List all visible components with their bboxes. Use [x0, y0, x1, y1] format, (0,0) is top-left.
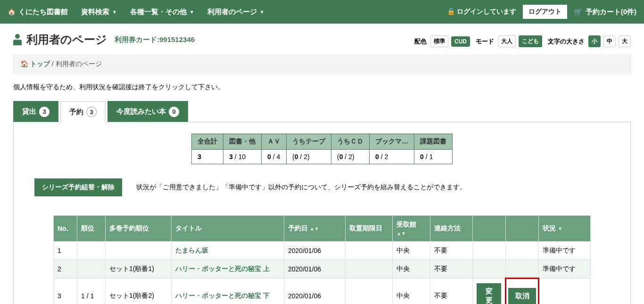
sum-cd: (0 / 2)	[331, 150, 370, 164]
cell-no: 3	[54, 279, 77, 304]
tab-reserve[interactable]: 予約 3	[60, 101, 106, 122]
chevron-down-icon: ▼	[260, 9, 264, 15]
cell-no: 1	[54, 242, 77, 260]
sort-icon: ▲▼	[310, 226, 319, 231]
title-link[interactable]: ハリー・ポッターと死の秘宝 下	[175, 292, 270, 299]
cell-multi: セット1(順番2)	[106, 279, 172, 304]
series-reorder-button[interactable]: シリーズ予約組替・解除	[34, 178, 122, 196]
chevron-down-icon: ▼	[112, 9, 117, 15]
login-status: 🔒 ログインしています	[447, 8, 516, 16]
display-options: 配色 標準 CUD モード 大人 こども 文字の大きさ 小 中 大	[412, 35, 631, 47]
login-status-label: ログインしています	[457, 8, 516, 15]
tab-loan-count: 3	[39, 107, 50, 117]
nav-search-label: 資料検索	[81, 8, 109, 17]
col-change	[473, 216, 506, 242]
col-lib[interactable]: 受取館 ▲▼	[393, 216, 430, 242]
tab-wishlist[interactable]: 今度読みたい本 0	[107, 101, 188, 122]
cell-title: ハリー・ポッターと死の秘宝 下	[172, 279, 284, 304]
col-status[interactable]: 状況 ▼	[539, 216, 591, 242]
logout-button[interactable]: ログアウト	[523, 5, 567, 19]
chevron-down-icon: ▼	[190, 9, 194, 15]
cell-deadline	[346, 279, 393, 304]
sum-kadai: 0 / 1	[414, 150, 453, 164]
privacy-notice: 個人情報を守るため、利用状況を確認後は終了をクリックして下さい。	[13, 83, 631, 92]
sum-total: 3	[192, 150, 223, 164]
sum-h-tape: うちテープ	[287, 134, 331, 150]
title-link[interactable]: たまらん坂	[175, 246, 208, 254]
table-row: 1たまらん坂2020/01/06中央不要準備中です	[54, 242, 591, 260]
sum-h-cd: うちＣＤ	[331, 134, 370, 150]
cancel-button[interactable]: 取消	[508, 288, 536, 304]
mode-adult[interactable]: 大人	[498, 35, 516, 47]
nav-search[interactable]: 資料検索 ▼	[81, 8, 117, 17]
nav-userpage[interactable]: 利用者のページ ▼	[207, 8, 264, 17]
cell-change: 変更	[473, 279, 506, 304]
cell-multi: セット1(順番1)	[106, 260, 172, 279]
change-button[interactable]: 変更	[477, 283, 501, 304]
nav-cart[interactable]: 🛒 予約カート(0件)	[574, 8, 636, 17]
cell-change	[473, 242, 506, 260]
series-note: 状況が「ご用意できました」「準備中です」以外の予約について、シリーズ予約を組み替…	[136, 183, 466, 192]
title-link[interactable]: ハリー・ポッターと死の秘宝 上	[175, 265, 270, 272]
home-icon: 🏠	[20, 60, 28, 68]
cell-date: 2020/01/06	[284, 260, 346, 279]
navbar: 🏠 くにたち図書館 資料検索 ▼ 各種一覧・その他 ▼ 利用者のページ ▼ 🔒 …	[0, 0, 644, 24]
cell-deadline	[346, 242, 393, 260]
cell-status: 準備中です	[539, 242, 591, 260]
cell-rank: 1 / 1	[77, 279, 106, 304]
sum-h-kadai: 課題図書	[414, 134, 453, 150]
opt-mode-label: モード	[476, 37, 494, 46]
col-no: No.	[54, 216, 77, 242]
cell-lib: 中央	[393, 260, 430, 279]
sum-h-bookm: ブックマ…	[370, 134, 414, 150]
col-date[interactable]: 予約日 ▲▼	[284, 216, 346, 242]
reservations-table: No. 順位 多巻予約順位 タイトル 予約日 ▲▼ 取置期限日 受取館 ▲▼ 連…	[53, 215, 591, 304]
mode-child[interactable]: こども	[519, 35, 542, 47]
col-title[interactable]: タイトル	[172, 216, 284, 242]
table-row: 2セット1(順番1)ハリー・ポッターと死の秘宝 上2020/01/06中央不要準…	[54, 260, 591, 279]
cell-cancel: 取消	[506, 279, 539, 304]
person-icon	[13, 34, 22, 45]
sum-bookm: 0 / 2	[370, 150, 414, 164]
color-cud[interactable]: CUD	[451, 36, 470, 47]
page-title: 利用者のページ	[26, 32, 107, 47]
card-number: 利用券カード:991512346	[115, 35, 195, 44]
size-medium[interactable]: 中	[603, 35, 616, 47]
cell-contact: 不要	[430, 279, 473, 304]
nav-lists[interactable]: 各種一覧・その他 ▼	[130, 8, 194, 17]
col-rank: 順位	[77, 216, 106, 242]
cell-lib: 中央	[393, 242, 430, 260]
size-large[interactable]: 大	[619, 35, 631, 47]
cell-lib: 中央	[393, 279, 430, 304]
col-cancel	[506, 216, 539, 242]
color-standard[interactable]: 標準	[430, 35, 448, 47]
tab-reserve-count: 3	[86, 107, 97, 117]
summary-table: 全合計 図書・他 ＡＶ うちテープ うちＣＤ ブックマ… 課題図書 3 3 / …	[191, 134, 453, 164]
nav-lists-label: 各種一覧・その他	[130, 8, 187, 17]
cell-status: 準備中です	[539, 260, 591, 279]
tab-loan-label: 貸出	[22, 107, 36, 116]
breadcrumb-top[interactable]: トップ	[30, 60, 50, 68]
sum-tape: (0 / 2)	[287, 150, 331, 164]
home-icon: 🏠	[8, 8, 16, 16]
tab-content: 全合計 図書・他 ＡＶ うちテープ うちＣＤ ブックマ… 課題図書 3 3 / …	[13, 122, 631, 304]
col-multi: 多巻予約順位	[106, 216, 172, 242]
tab-loan[interactable]: 貸出 3	[13, 101, 58, 122]
breadcrumb-current: 利用者のページ	[56, 60, 102, 68]
sum-h-book: 図書・他	[223, 134, 262, 150]
cell-cancel	[506, 260, 539, 279]
nav-brand-label: くにたち図書館	[18, 8, 68, 17]
nav-brand[interactable]: 🏠 くにたち図書館	[8, 8, 68, 17]
col-contact: 連絡方法	[430, 216, 473, 242]
opt-size-label: 文字の大きさ	[548, 37, 585, 46]
size-small[interactable]: 小	[588, 35, 601, 47]
cell-rank	[77, 260, 106, 279]
opt-color-label: 配色	[414, 37, 427, 46]
sort-icon: ▼	[558, 226, 562, 231]
cell-no: 2	[54, 260, 77, 279]
cell-cancel	[506, 242, 539, 260]
cell-title: たまらん坂	[172, 242, 284, 260]
tab-wishlist-label: 今度読みたい本	[116, 107, 166, 116]
cell-rank	[77, 242, 106, 260]
cell-change	[473, 260, 506, 279]
